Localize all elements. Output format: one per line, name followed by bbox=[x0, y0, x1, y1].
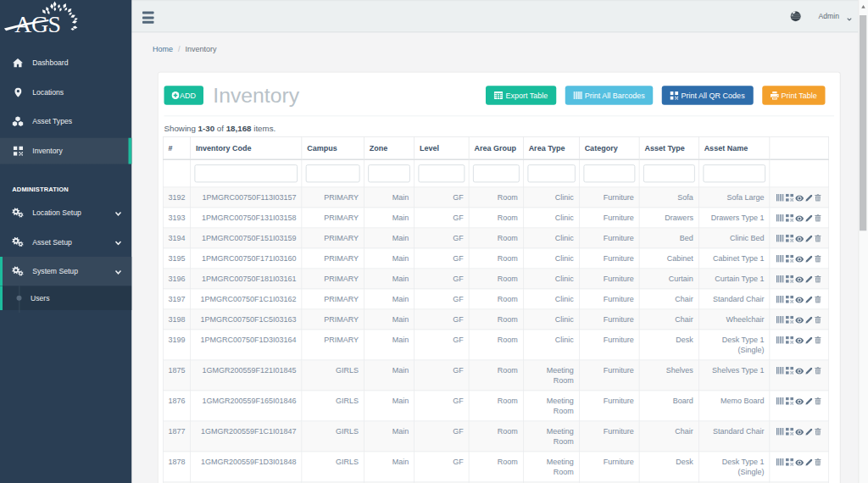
svg-text:AGS: AGS bbox=[14, 11, 60, 37]
